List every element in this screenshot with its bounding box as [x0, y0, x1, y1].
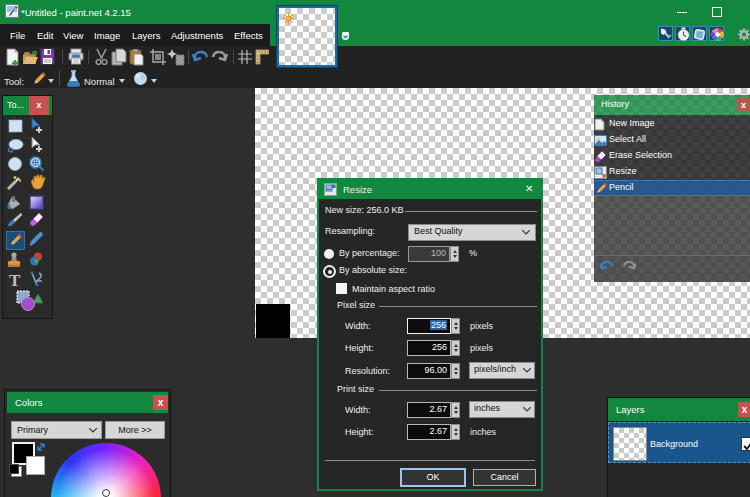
svg-text:T: T — [9, 271, 21, 290]
